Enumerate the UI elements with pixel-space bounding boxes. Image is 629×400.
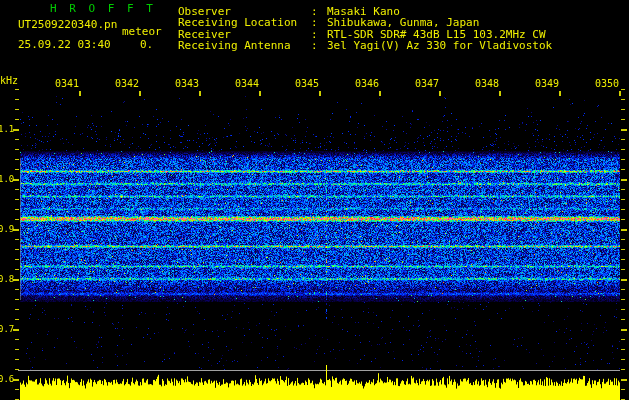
field-value-location: Shibukawa, Gunma, Japan	[327, 17, 479, 28]
field-colon: :	[311, 40, 318, 51]
x-tick-label: 0341	[54, 79, 79, 89]
y-tick-label: 1.0	[0, 174, 14, 184]
filename-text: UT2509220340.pn	[18, 19, 117, 30]
x-tick-label: 0342	[114, 79, 139, 89]
hrofft-output: H R O F F T UT2509220340.pn meteor 25.09…	[0, 0, 629, 400]
y-axis-unit-label: kHz	[0, 76, 18, 86]
field-value-receiver: RTL-SDR SDR# 43dB L15 103.2MHz CW	[327, 29, 546, 40]
x-tick-label: 0343	[174, 79, 199, 89]
spectrogram-canvas	[0, 0, 629, 400]
x-tick-label: 0346	[354, 79, 379, 89]
y-tick-label: 1.1	[0, 124, 14, 134]
field-colon: :	[311, 29, 318, 40]
app-title: H R O F F T	[50, 3, 156, 14]
field-label-observer: Observer	[178, 6, 231, 17]
field-label-antenna: Receiving Antenna	[178, 40, 291, 51]
field-value-observer: Masaki Kano	[327, 6, 400, 17]
x-tick-label: 0350	[594, 79, 619, 89]
field-colon: :	[311, 6, 318, 17]
field-value-antenna: 3el Yagi(V) Az 330 for Vladivostok	[327, 40, 552, 51]
mode-label: meteor	[122, 26, 162, 37]
y-tick-label: 0.7	[0, 324, 14, 334]
y-tick-label: 0.9	[0, 224, 14, 234]
x-tick-label: 0348	[474, 79, 499, 89]
field-colon: :	[311, 17, 318, 28]
x-tick-label: 0345	[294, 79, 319, 89]
y-tick-label: 0.6	[0, 374, 14, 384]
x-tick-label: 0349	[534, 79, 559, 89]
x-tick-label: 0347	[414, 79, 439, 89]
field-label-location: Receiving Location	[178, 17, 297, 28]
x-tick-label: 0344	[234, 79, 259, 89]
field-label-receiver: Receiver	[178, 29, 231, 40]
datetime-text: 25.09.22 03:40	[18, 39, 111, 50]
y-tick-label: 0.8	[0, 274, 14, 284]
echo-count: 0.	[140, 39, 153, 50]
